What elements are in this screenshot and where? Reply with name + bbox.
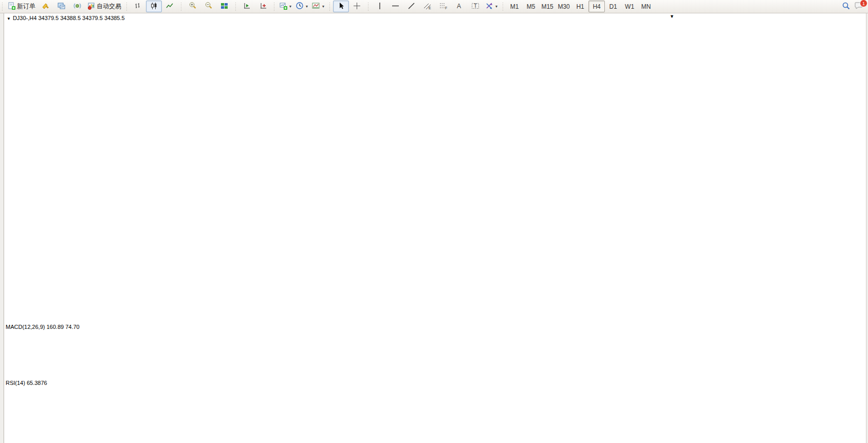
gavel-button[interactable] xyxy=(38,1,53,12)
timeframe-h4-button[interactable]: H4 xyxy=(588,1,605,12)
equidistant-channel-icon: E xyxy=(423,2,432,11)
chevron-down-icon[interactable]: ▼ xyxy=(7,16,11,21)
clock-icon xyxy=(296,2,304,11)
rsi-indicator-label: RSI(14) 65.3876 xyxy=(6,380,47,386)
window-left-edge xyxy=(0,13,4,443)
toolbar-grip xyxy=(180,3,182,11)
auto-trading-icon xyxy=(87,2,95,11)
crosshair-button[interactable] xyxy=(349,1,365,12)
chart-window-button[interactable] xyxy=(53,1,69,12)
horizontal-line-icon xyxy=(392,3,399,11)
gavel-icon xyxy=(42,2,49,11)
zoom-in-button[interactable] xyxy=(184,1,200,12)
trendline-icon xyxy=(408,2,415,11)
line-chart-icon xyxy=(166,2,174,11)
text-button[interactable]: A xyxy=(451,1,467,12)
timeframe-m15-button[interactable]: M15 xyxy=(539,1,556,12)
cursor-button[interactable] xyxy=(333,1,349,12)
svg-text:A: A xyxy=(457,3,461,10)
bar-chart-icon xyxy=(134,2,142,11)
candlestick-chart-button[interactable] xyxy=(146,1,162,12)
text-label-button[interactable]: T xyxy=(467,1,483,12)
toolbar-grip xyxy=(1,3,4,11)
timeframe-group: M1 M5 M15 M30 H1 H4 D1 W1 MN xyxy=(505,0,655,13)
window-right-edge xyxy=(866,13,868,443)
signal-button[interactable] xyxy=(69,1,85,12)
templates-dropdown-caret[interactable]: ▾ xyxy=(322,4,324,9)
horizontal-line-button[interactable] xyxy=(387,1,403,12)
auto-scroll-icon xyxy=(243,2,251,11)
periods-button[interactable]: ▾ xyxy=(293,1,310,12)
arrows-shapes-button[interactable]: ▾ xyxy=(483,1,500,12)
chart-corner-marker[interactable]: ▼ xyxy=(670,14,674,19)
chart-window-icon xyxy=(58,2,65,11)
text-a-icon: A xyxy=(456,2,463,11)
notification-badge: 1 xyxy=(860,0,867,7)
indicators-dropdown-caret[interactable]: ▾ xyxy=(289,4,291,9)
candlestick-chart-icon xyxy=(150,2,158,11)
new-order-button[interactable]: 新订单 xyxy=(6,1,38,12)
svg-text:F: F xyxy=(445,6,447,10)
text-label-icon: T xyxy=(471,2,479,11)
arrows-dropdown-caret[interactable]: ▾ xyxy=(495,4,497,9)
timeframe-h1-button[interactable]: H1 xyxy=(572,1,588,12)
auto-trading-button[interactable]: 自动交易 xyxy=(85,1,123,12)
trendline-button[interactable] xyxy=(403,1,419,12)
vertical-line-button[interactable] xyxy=(372,1,387,12)
timeframe-m30-button[interactable]: M30 xyxy=(556,1,572,12)
equidistant-channel-button[interactable]: E xyxy=(419,1,435,12)
auto-trading-label: 自动交易 xyxy=(97,2,121,11)
toolbar-grip xyxy=(502,3,504,11)
toolbar-grip xyxy=(125,3,128,11)
timeframe-w1-button[interactable]: W1 xyxy=(621,1,638,12)
chart-shift-icon xyxy=(259,2,267,11)
chart-shift-button[interactable] xyxy=(255,1,271,12)
chart-ohlc-info[interactable]: ▼DJ30-,H4 34379.5 34388.5 34379.5 34385.… xyxy=(7,15,125,21)
macd-indicator-label: MACD(12,26,9) 160.89 74.70 xyxy=(6,324,80,330)
toolbar-grip xyxy=(234,3,237,11)
zoom-in-icon xyxy=(189,2,197,11)
indicators-icon xyxy=(280,2,287,11)
crosshair-icon xyxy=(353,2,361,11)
new-order-label: 新订单 xyxy=(17,2,35,11)
signal-icon xyxy=(73,2,81,11)
templates-button[interactable]: ▾ xyxy=(310,1,326,12)
zoom-out-button[interactable] xyxy=(200,1,216,12)
periods-dropdown-caret[interactable]: ▾ xyxy=(306,4,308,9)
line-chart-button[interactable] xyxy=(162,1,178,12)
auto-scroll-button[interactable] xyxy=(239,1,255,12)
svg-text:E: E xyxy=(429,6,431,10)
fibonacci-icon: F xyxy=(439,2,448,11)
bar-chart-button[interactable] xyxy=(130,1,146,12)
fibonacci-button[interactable]: F xyxy=(435,1,451,12)
templates-icon xyxy=(312,2,320,11)
chart-area[interactable] xyxy=(0,13,868,443)
notifications-button[interactable]: 1 xyxy=(855,2,864,11)
new-order-icon xyxy=(8,2,15,11)
arrows-shapes-icon xyxy=(485,2,493,11)
svg-text:T: T xyxy=(474,3,477,9)
zoom-out-icon xyxy=(205,2,213,11)
timeframe-mn-button[interactable]: MN xyxy=(638,1,654,12)
mt4-window: 新订单 自动交易 xyxy=(0,0,868,443)
chart-canvas[interactable] xyxy=(0,13,868,443)
toolbar-grip xyxy=(367,3,370,11)
indicators-button[interactable]: ▾ xyxy=(278,1,293,12)
main-toolbar: 新订单 自动交易 xyxy=(0,0,868,13)
timeframe-m5-button[interactable]: M5 xyxy=(523,1,539,12)
toolbar-grip xyxy=(328,3,331,11)
timeframe-d1-button[interactable]: D1 xyxy=(605,1,621,12)
tile-windows-button[interactable] xyxy=(216,1,232,12)
tile-windows-icon xyxy=(220,2,228,11)
cursor-icon xyxy=(338,2,345,11)
toolbar-grip xyxy=(273,3,275,11)
vertical-line-icon xyxy=(377,2,383,11)
timeframe-m1-button[interactable]: M1 xyxy=(506,1,523,12)
search-icon[interactable] xyxy=(842,2,851,12)
